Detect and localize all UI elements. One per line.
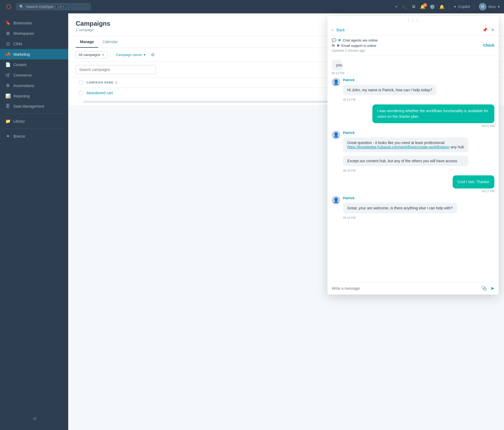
sidebar-item-label: Reporting (13, 94, 30, 98)
back-label: Back (337, 28, 345, 32)
message-bubble: you. (332, 60, 343, 70)
status-items: 💬 Chat agents are online ✉ Email support… (332, 38, 378, 52)
chat-input-icons: 📎 ➤ (481, 285, 494, 291)
filter-all-campaigns[interactable]: All campaigns ✕ (76, 51, 108, 58)
top-navigation: ⬡ 🔍 Search HubSpot Ctrl K + 📞 🖥 🔔 1 ⚙️ 🔔… (0, 0, 504, 13)
sidebar-item-automations[interactable]: ⚙ Automations (0, 80, 68, 91)
sidebar-item-library[interactable]: 📁 Library (0, 116, 68, 126)
sidebar-item-reporting[interactable]: 📊 Reporting (0, 91, 68, 101)
bookmarks-icon: 🔖 (5, 20, 10, 25)
back-button[interactable]: ← Back (331, 28, 345, 32)
sidebar-item-crm[interactable]: ⊡ CRM (0, 39, 68, 49)
user-avatar: M (479, 3, 486, 10)
copilot-label: Copilot (458, 5, 470, 9)
sidebar-item-label: Marketing (13, 52, 30, 56)
message-agent-col: Patrick Great, your are welcome, is ther… (343, 196, 457, 219)
check-button[interactable]: Check (483, 43, 494, 47)
agent-bubble: Great, your are welcome, is there anythi… (343, 203, 457, 213)
message-time: 06:18 PM (343, 216, 457, 219)
chat-bubble-icon: 💬 (332, 38, 336, 42)
back-arrow-icon: ← (331, 28, 335, 32)
sidebar-item-content[interactable]: 📄 Content (0, 59, 68, 70)
incoming-bubble: I was wondering whether the workflows fu… (372, 104, 494, 123)
sidebar-divider (4, 114, 64, 114)
tab-calendar[interactable]: Calendar (98, 36, 122, 48)
chat-drag-handle[interactable]: ⋮⋮⋮ (327, 16, 499, 25)
search-shortcut: Ctrl K (56, 5, 67, 9)
sidebar-item-label: Library (13, 119, 25, 123)
close-icon[interactable]: ✕ (491, 27, 494, 32)
nav-divider (449, 3, 449, 10)
chat-body[interactable]: you. 06:13 PM 👤 Patrick Hi John, my name… (327, 55, 499, 282)
message-input[interactable] (332, 286, 479, 291)
message-incoming-1: I was wondering whether the workflows fu… (332, 104, 494, 127)
sidebar-collapse-button[interactable]: ◁ (0, 413, 68, 424)
agent-bubble: Great question - it looks like you need … (343, 137, 468, 152)
agent-name: Patrick (343, 196, 457, 200)
updated-text: Updated 3 minutes ago (332, 49, 378, 52)
campaign-search-input[interactable] (76, 65, 156, 74)
breeze-icon: ✦ (5, 134, 10, 139)
sidebar-item-label: CRM (13, 42, 22, 46)
attachment-icon[interactable]: 📎 (481, 285, 487, 291)
message-agent-col: Patrick Hi John, my name is Patrick, how… (343, 78, 436, 101)
sidebar-item-data-management[interactable]: 🗄 Data Management (0, 101, 68, 111)
nav-divider-2 (474, 3, 475, 10)
message-time: 06:13 PM (332, 71, 347, 75)
message-you: you. 06:13 PM (332, 60, 494, 75)
settings-icon[interactable]: ⚙️ (430, 4, 435, 9)
global-search[interactable]: 🔍 Search HubSpot Ctrl K (16, 3, 91, 10)
add-button[interactable]: + (395, 4, 398, 9)
sidebar-item-bookmarks[interactable]: 🔖 Bookmarks (0, 18, 68, 28)
filter-chip-close-icon[interactable]: ✕ (102, 53, 105, 57)
message-patrick-1: 👤 Patrick Hi John, my name is Patrick, h… (332, 78, 494, 101)
send-icon[interactable]: ➤ (490, 285, 494, 291)
notifications-icon[interactable]: 🔔 1 (420, 4, 425, 9)
sidebar-item-label: Bookmarks (13, 21, 32, 25)
message-agent-col: Patrick Great question - it looks like y… (343, 131, 468, 172)
incoming-bubble: Cool I see. Thanks! (453, 175, 494, 188)
message-group: you. 06:13 PM (332, 60, 347, 75)
agent-name: Patrick (343, 78, 436, 82)
knowledge-link[interactable]: https://knowledge.hubspot.com/workflows/… (347, 145, 450, 149)
copilot-button[interactable]: ✦ Copilot (453, 5, 470, 9)
hubspot-logo[interactable]: ⬡ (4, 2, 13, 11)
row-checkbox[interactable] (79, 91, 83, 95)
chat-header-actions: 📌 ✕ (482, 27, 494, 32)
sidebar-item-label: Content (13, 63, 26, 67)
select-all-checkbox[interactable] (79, 80, 83, 85)
crm-icon: ⊡ (5, 41, 10, 46)
agent-bubble: Hi John, my name is Patrick, how can I h… (343, 85, 436, 95)
sidebar: 🔖 Bookmarks ⊞ Workspaces ⊡ CRM 📣 Marketi… (0, 13, 68, 430)
filter-settings-icon[interactable]: ⚙ (151, 52, 155, 57)
sidebar-item-workspaces[interactable]: ⊞ Workspaces (0, 28, 68, 39)
tab-manage[interactable]: Manage (76, 36, 98, 48)
sidebar-item-marketing[interactable]: 📣 Marketing (0, 49, 68, 59)
chevron-down-icon: ▾ (498, 5, 500, 9)
row-checkbox-container (76, 91, 86, 95)
pin-icon[interactable]: 📌 (482, 27, 488, 32)
filter-campaign-owner[interactable]: Campaign owner ▾ (113, 51, 148, 58)
marketing-icon: 📣 (5, 52, 10, 57)
search-icon: 🔍 (19, 5, 24, 9)
sidebar-item-commerce[interactable]: 🛒 Commerce (0, 70, 68, 80)
chat-status-text: Chat agents are online (343, 38, 378, 42)
email-status-item: ✉ Email support is online (332, 43, 378, 48)
commerce-icon: 🛒 (5, 73, 10, 78)
alerts-icon[interactable]: 🔔 (439, 4, 445, 9)
notification-badge: 1 (423, 3, 427, 7)
nav-actions: + 📞 🖥 🔔 1 ⚙️ 🔔 ✦ Copilot M Moo ▾ (395, 3, 500, 10)
screen-icon[interactable]: 🖥 (411, 4, 416, 9)
sidebar-item-breeze[interactable]: ✦ Breeze (0, 131, 68, 141)
phone-icon[interactable]: 📞 (402, 4, 407, 9)
chat-overlay: ⋮⋮⋮ ← Back 📌 ✕ 💬 Chat agents are online … (327, 16, 499, 295)
drag-handle-icon: ⋮⋮⋮ (407, 18, 419, 22)
user-menu[interactable]: M Moo ▾ (479, 3, 500, 10)
library-icon: 📁 (5, 119, 10, 124)
data-management-icon: 🗄 (5, 104, 10, 109)
info-icon: ℹ (116, 81, 117, 84)
message-patrick-3: 👤 Patrick Great, your are welcome, is th… (332, 196, 494, 219)
agent-avatar-icon: 👤 (333, 132, 339, 138)
filter-chip-label: All campaigns (79, 53, 100, 57)
agent-name: Patrick (343, 131, 468, 135)
